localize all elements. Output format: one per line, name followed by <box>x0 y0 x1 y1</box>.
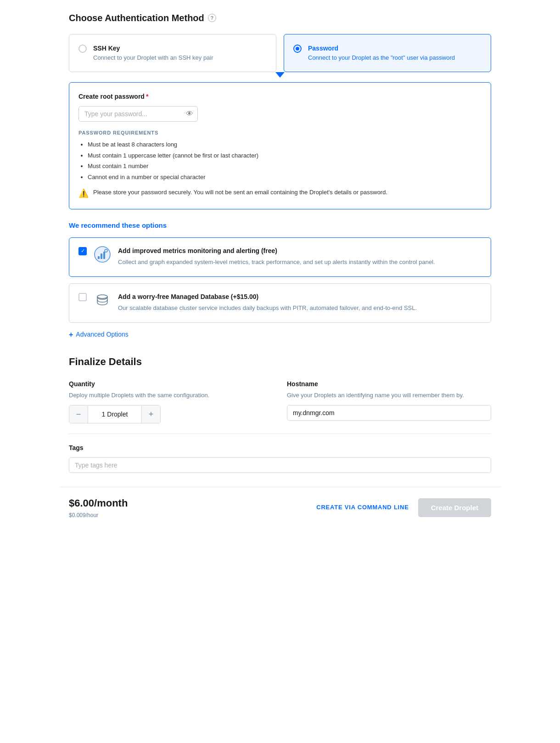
checkbox-check-icon: ✓ <box>81 248 85 253</box>
option-card-metrics[interactable]: ✓ Add improved metrics monitoring and al… <box>69 237 491 277</box>
required-marker: * <box>146 93 148 100</box>
database-title: Add a worry-free Managed Database (+$15.… <box>118 292 417 302</box>
ssh-card-title: SSH Key <box>93 44 213 53</box>
metrics-title: Add improved metrics monitoring and aler… <box>118 246 435 256</box>
quantity-column: Quantity Deploy multiple Droplets with t… <box>69 379 273 424</box>
hostname-label: Hostname <box>287 379 491 389</box>
create-droplet-button[interactable]: Create Droplet <box>418 498 491 517</box>
recommend-title: We recommend these options <box>69 220 491 231</box>
finalize-title: Finalize Details <box>69 354 491 369</box>
req-item-2: Must contain 1 uppercase letter (cannot … <box>88 151 482 160</box>
warning-triangle-icon: ⚠️ <box>78 187 89 200</box>
requirements-list: Must be at least 8 characters long Must … <box>78 140 482 181</box>
advanced-options-link[interactable]: + Advanced Options <box>69 329 491 340</box>
password-warning: ⚠️ Please store your password securely. … <box>78 188 482 200</box>
svg-rect-3 <box>101 253 102 259</box>
warning-text: Please store your password securely. You… <box>93 188 387 197</box>
auth-title-text: Choose Authentication Method <box>69 11 204 25</box>
metrics-svg-icon <box>94 246 111 263</box>
password-card-title: Password <box>308 44 455 53</box>
metrics-checkbox[interactable]: ✓ <box>78 247 87 255</box>
footer-price-section: $6.00/month $0.009/hour <box>69 495 128 519</box>
requirements-heading: PASSWORD REQUIREMENTS <box>78 129 482 137</box>
tags-divider <box>69 433 491 434</box>
eye-icon[interactable]: 👁 <box>186 108 193 119</box>
caret-connector <box>69 72 491 78</box>
footer-bar: $6.00/month $0.009/hour CREATE VIA COMMA… <box>60 487 500 528</box>
option-card-database[interactable]: Add a worry-free Managed Database (+$15.… <box>69 283 491 323</box>
help-icon[interactable]: ? <box>208 14 216 22</box>
auth-card-ssh[interactable]: SSH Key Connect to your Droplet with an … <box>69 34 276 72</box>
tags-label: Tags <box>69 443 491 453</box>
advanced-options-label: Advanced Options <box>76 330 128 339</box>
database-desc: Our scalable database cluster service in… <box>118 304 417 313</box>
quantity-control: − 1 Droplet + <box>69 405 161 423</box>
quantity-plus-button[interactable]: + <box>142 405 160 423</box>
quantity-desc: Deploy multiple Droplets with the same c… <box>69 391 273 400</box>
auth-cards-container: SSH Key Connect to your Droplet with an … <box>69 34 491 72</box>
ssh-radio[interactable] <box>78 45 87 53</box>
radio-inner-dot <box>296 47 299 51</box>
password-label: Create root password* <box>78 92 482 101</box>
tags-section: Tags <box>69 433 491 473</box>
create-via-command-line-link[interactable]: CREATE VIA COMMAND LINE <box>316 503 409 512</box>
quantity-minus-button[interactable]: − <box>69 405 88 423</box>
req-item-4: Cannot end in a number or special charac… <box>88 173 482 182</box>
hostname-column: Hostname Give your Droplets an identifyi… <box>287 379 491 424</box>
metrics-desc: Collect and graph expanded system-level … <box>118 258 435 267</box>
database-text: Add a worry-free Managed Database (+$15.… <box>118 292 417 313</box>
database-icon <box>94 292 111 314</box>
svg-marker-0 <box>275 72 285 78</box>
req-item-3: Must contain 1 number <box>88 162 482 171</box>
footer-price: $6.00/month <box>69 495 128 511</box>
database-checkbox[interactable] <box>78 293 87 301</box>
auth-section-title: Choose Authentication Method ? <box>69 11 491 25</box>
password-radio[interactable] <box>293 45 302 53</box>
plus-icon: + <box>69 329 73 340</box>
finalize-grid: Quantity Deploy multiple Droplets with t… <box>69 379 491 424</box>
footer-price-per-hour: $0.009/hour <box>69 511 128 519</box>
quantity-value: 1 Droplet <box>88 406 142 423</box>
hostname-input[interactable] <box>287 405 491 421</box>
password-form-box: Create root password* 👁 PASSWORD REQUIRE… <box>69 82 491 210</box>
caret-svg <box>275 72 285 78</box>
password-input[interactable] <box>78 106 198 122</box>
ssh-card-content: SSH Key Connect to your Droplet with an … <box>93 44 213 62</box>
hostname-desc: Give your Droplets an identifying name y… <box>287 391 491 400</box>
ssh-card-desc: Connect to your Droplet with an SSH key … <box>93 53 213 62</box>
quantity-label: Quantity <box>69 379 273 389</box>
database-svg-icon <box>94 292 111 309</box>
password-card-desc: Connect to your Droplet as the "root" us… <box>308 53 455 62</box>
auth-card-password[interactable]: Password Connect to your Droplet as the … <box>284 34 491 72</box>
password-requirements: PASSWORD REQUIREMENTS Must be at least 8… <box>78 129 482 182</box>
metrics-icon <box>94 246 111 268</box>
svg-point-7 <box>97 295 107 298</box>
password-input-wrap: 👁 <box>78 106 198 122</box>
svg-rect-2 <box>98 256 100 259</box>
tags-input[interactable] <box>69 457 491 473</box>
password-label-text: Create root password <box>78 93 145 100</box>
metrics-text: Add improved metrics monitoring and aler… <box>118 246 435 267</box>
req-item-1: Must be at least 8 characters long <box>88 140 482 149</box>
finalize-section: Finalize Details Quantity Deploy multipl… <box>69 354 491 473</box>
password-card-content: Password Connect to your Droplet as the … <box>308 44 455 62</box>
footer-actions: CREATE VIA COMMAND LINE Create Droplet <box>316 498 491 517</box>
